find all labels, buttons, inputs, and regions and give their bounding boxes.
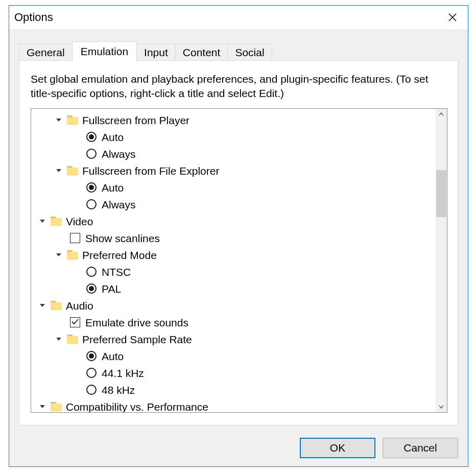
chevron-down-icon (54, 250, 64, 260)
client-area: General Emulation Input Content Social S… (9, 29, 468, 466)
folder-icon (67, 250, 78, 259)
vertical-scrollbar[interactable] (436, 109, 447, 412)
radio-icon (86, 149, 97, 159)
node-label: Preferred Sample Rate (82, 334, 192, 345)
chevron-down-icon (37, 216, 47, 226)
chevron-down-icon (37, 401, 47, 412)
option-label: Auto (102, 132, 124, 143)
checkbox-icon (70, 233, 80, 243)
scroll-down-button[interactable] (436, 401, 447, 412)
node-label: Compatibility vs. Performance (66, 401, 208, 412)
node-label: Audio (66, 300, 93, 311)
radio-icon (86, 267, 97, 277)
radio-fse-auto[interactable]: Auto (31, 179, 436, 196)
close-button[interactable] (441, 9, 464, 26)
node-fullscreen-from-player[interactable]: Fullscreen from Player (31, 112, 436, 129)
radio-icon (86, 385, 97, 395)
radio-sr-auto[interactable]: Auto (31, 348, 436, 365)
radio-fsp-always[interactable]: Always (31, 146, 436, 162)
radio-icon (86, 283, 97, 294)
folder-icon (67, 115, 78, 125)
radio-mode-pal[interactable]: PAL (31, 280, 436, 297)
radio-sr-44[interactable]: 44.1 kHz (31, 365, 436, 382)
option-label: Auto (102, 182, 124, 193)
node-label: Video (66, 216, 93, 227)
cancel-button[interactable]: Cancel (383, 438, 458, 458)
folder-icon (51, 402, 62, 411)
ok-button[interactable]: OK (300, 438, 375, 458)
chevron-down-icon (54, 334, 64, 344)
folder-icon (51, 301, 62, 310)
options-dialog: Options General Emulation Input Content … (9, 5, 468, 467)
tab-general[interactable]: General (19, 43, 73, 61)
tab-social[interactable]: Social (227, 43, 272, 61)
folder-icon (51, 217, 62, 226)
radio-icon (86, 368, 97, 378)
chevron-down-icon (37, 300, 47, 311)
radio-sr-48[interactable]: 48 kHz (31, 382, 436, 398)
radio-fse-always[interactable]: Always (31, 196, 436, 213)
option-label: 48 kHz (102, 385, 135, 395)
checkbox-icon (70, 317, 80, 327)
settings-tree-container: Fullscreen from Player Auto Always (31, 108, 447, 413)
radio-fsp-auto[interactable]: Auto (31, 129, 436, 146)
close-icon (448, 13, 457, 22)
checkbox-emulate-drive-sounds[interactable]: Emulate drive sounds (31, 314, 436, 331)
node-fullscreen-from-file-explorer[interactable]: Fullscreen from File Explorer (31, 162, 436, 179)
option-label: Always (102, 199, 136, 210)
node-label: Fullscreen from File Explorer (82, 165, 219, 176)
radio-icon (86, 199, 97, 209)
node-audio[interactable]: Audio (31, 297, 436, 314)
scroll-thumb[interactable] (436, 170, 446, 217)
intro-text: Set global emulation and playback prefer… (31, 72, 444, 101)
tabstrip: General Emulation Input Content Social (19, 40, 272, 61)
option-label: NTSC (102, 267, 131, 277)
option-label: Always (102, 149, 136, 159)
node-preferred-sample-rate[interactable]: Preferred Sample Rate (31, 331, 436, 348)
node-label: Preferred Mode (82, 250, 157, 260)
chevron-down-icon (54, 165, 64, 176)
node-video[interactable]: Video (31, 213, 436, 230)
node-preferred-mode[interactable]: Preferred Mode (31, 247, 436, 264)
radio-icon (86, 351, 97, 361)
option-label: Show scanlines (85, 233, 160, 244)
dialog-footer: OK Cancel (300, 438, 458, 458)
titlebar: Options (9, 6, 468, 29)
checkbox-show-scanlines[interactable]: Show scanlines (31, 230, 436, 247)
settings-tree[interactable]: Fullscreen from Player Auto Always (31, 109, 436, 412)
folder-icon (67, 166, 78, 175)
tab-input[interactable]: Input (136, 43, 176, 61)
tab-content[interactable]: Content (175, 43, 228, 61)
folder-icon (67, 335, 78, 344)
chevron-up-icon (438, 111, 444, 117)
window-title: Options (14, 11, 53, 24)
chevron-down-icon (54, 115, 64, 125)
radio-mode-ntsc[interactable]: NTSC (31, 264, 436, 280)
option-label: PAL (102, 283, 121, 294)
tab-emulation[interactable]: Emulation (72, 41, 137, 61)
scroll-up-button[interactable] (436, 109, 447, 120)
radio-icon (86, 132, 97, 142)
radio-icon (86, 182, 97, 193)
option-label: Emulate drive sounds (85, 317, 188, 328)
chevron-down-icon (438, 404, 444, 410)
option-label: Auto (102, 351, 124, 362)
option-label: 44.1 kHz (102, 368, 144, 378)
tab-panel-emulation: Set global emulation and playback prefer… (19, 60, 458, 425)
node-compat-vs-performance[interactable]: Compatibility vs. Performance (31, 398, 436, 412)
node-label: Fullscreen from Player (82, 115, 189, 126)
